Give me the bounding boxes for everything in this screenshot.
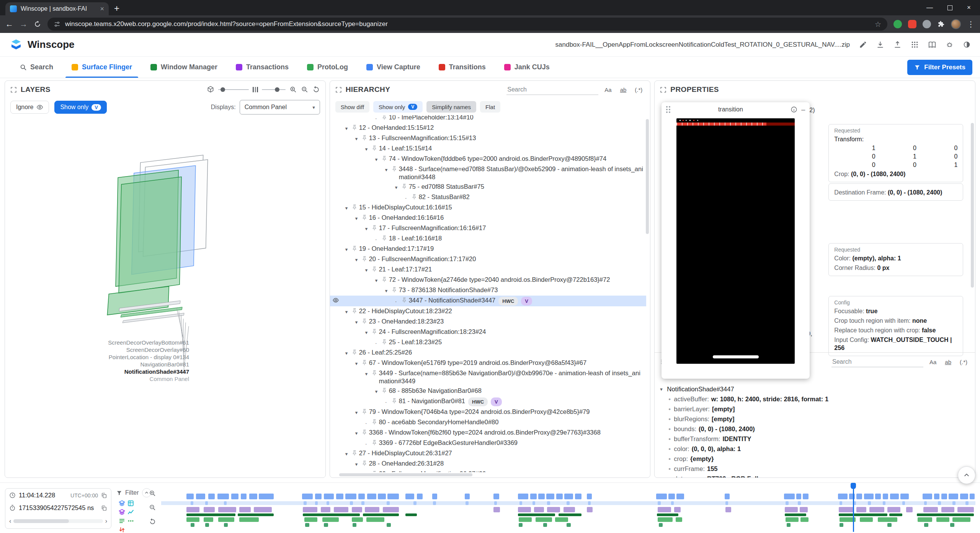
new-tab-button[interactable]: + bbox=[114, 3, 119, 14]
hierarchy-node[interactable]: ▾68 - 885b63e NavigationBar0#68 bbox=[330, 386, 647, 396]
collapse-arrow-icon[interactable]: ▾ bbox=[375, 276, 381, 284]
trace-event[interactable] bbox=[676, 494, 684, 499]
hierarchy-node[interactable]: ▾72 - WindowToken{a2746de type=2040 andr… bbox=[330, 275, 647, 285]
collapse-arrow-icon[interactable]: ▾ bbox=[355, 460, 361, 468]
trace-event[interactable] bbox=[191, 523, 195, 527]
filter-chip-show-diff[interactable]: Show diff bbox=[335, 101, 369, 113]
collapse-arrow-icon[interactable]: ▾ bbox=[355, 429, 361, 437]
trace-event[interactable] bbox=[564, 494, 573, 499]
trace-event[interactable] bbox=[186, 507, 199, 512]
layer-label[interactable]: ScreenDecorOverlay#60 bbox=[28, 346, 189, 353]
collapse-arrow-icon[interactable]: ▾ bbox=[345, 204, 351, 212]
trace-event[interactable] bbox=[405, 513, 417, 516]
trace-event[interactable] bbox=[800, 507, 808, 512]
hierarchy-node[interactable]: ▾17 - FullscreenMagnification:16:16#17 bbox=[330, 223, 647, 234]
trace-event[interactable] bbox=[315, 494, 322, 499]
trace-event[interactable] bbox=[315, 501, 318, 505]
hierarchy-node[interactable]: ·25 - Leaf:18:23#25 bbox=[330, 337, 647, 348]
trace-event[interactable] bbox=[941, 507, 954, 512]
property-row[interactable]: •dataspace:BT709 sRGB Full range bbox=[657, 474, 973, 477]
trace-event[interactable] bbox=[218, 507, 236, 512]
trace-event[interactable] bbox=[656, 494, 667, 499]
trace-event[interactable] bbox=[556, 494, 563, 499]
drag-handle-icon[interactable] bbox=[666, 106, 670, 113]
expand-panel-icon[interactable] bbox=[10, 87, 17, 93]
trace-event[interactable] bbox=[304, 501, 306, 505]
reload-button[interactable] bbox=[34, 20, 41, 28]
trace-event[interactable] bbox=[889, 513, 902, 516]
trace-event[interactable] bbox=[387, 501, 389, 505]
scroll-left-icon[interactable]: ‹ bbox=[9, 518, 11, 525]
trace-event[interactable] bbox=[869, 507, 884, 512]
tab-close-icon[interactable]: × bbox=[100, 5, 104, 13]
copy-icon[interactable] bbox=[101, 492, 107, 499]
trace-event[interactable] bbox=[413, 501, 416, 505]
tab-search[interactable]: Search bbox=[11, 57, 62, 78]
trace-event[interactable] bbox=[668, 494, 675, 499]
extension-icon-1[interactable] bbox=[893, 20, 902, 28]
trace-event[interactable] bbox=[493, 507, 500, 512]
trace-event[interactable] bbox=[534, 507, 544, 512]
trace-event[interactable] bbox=[367, 494, 376, 499]
trace-event[interactable] bbox=[387, 494, 399, 499]
hierarchy-node[interactable]: ▾27 - HideDisplayCutout:26:31#27 bbox=[330, 448, 647, 459]
trace-event[interactable] bbox=[417, 494, 423, 499]
trace-event[interactable] bbox=[658, 517, 672, 522]
copy-icon[interactable] bbox=[101, 505, 107, 511]
trace-event[interactable] bbox=[559, 513, 581, 516]
trace-event[interactable] bbox=[205, 501, 208, 505]
download-icon[interactable] bbox=[876, 41, 884, 49]
trace-event[interactable] bbox=[208, 494, 215, 499]
trace-event[interactable] bbox=[350, 501, 353, 505]
timeline-horizontal-scrollbar[interactable]: ‹ › bbox=[9, 517, 107, 525]
trace-event[interactable] bbox=[378, 494, 386, 499]
trace-event[interactable] bbox=[965, 501, 968, 505]
hierarchy-node[interactable]: ▾24 - FullscreenMagnification:18:23#24 bbox=[330, 327, 647, 337]
trace-event[interactable] bbox=[784, 494, 795, 499]
hierarchy-node[interactable]: ▾74 - WindowToken{fdddbe6 type=2000 andr… bbox=[330, 154, 647, 164]
trace-event[interactable] bbox=[305, 523, 309, 527]
trace-event[interactable] bbox=[671, 501, 674, 505]
hierarchy-node[interactable]: ▾3448 - Surface(name=ed70f88 StatusBar)/… bbox=[330, 164, 647, 182]
tab-jank-cujs[interactable]: Jank CUJs bbox=[495, 57, 559, 78]
bookmark-star-icon[interactable]: ☆ bbox=[875, 20, 881, 29]
trace-event[interactable] bbox=[839, 513, 888, 516]
edit-icon[interactable] bbox=[859, 41, 867, 49]
trace-event[interactable] bbox=[432, 494, 437, 499]
trace-event[interactable] bbox=[934, 494, 940, 499]
property-row[interactable]: •color:(0, 0, 0), alpha: 1 bbox=[657, 444, 973, 454]
trace-event[interactable] bbox=[786, 517, 799, 522]
trace-event[interactable] bbox=[658, 507, 671, 512]
trace-event[interactable] bbox=[304, 517, 317, 522]
documentation-book-icon[interactable] bbox=[928, 41, 936, 49]
zoom-reset-icon[interactable] bbox=[149, 518, 156, 525]
trace-event[interactable] bbox=[659, 523, 663, 527]
hierarchy-node[interactable]: ▾16 - OneHanded:16:16#16 bbox=[330, 213, 647, 223]
spacing-slider[interactable] bbox=[262, 89, 286, 90]
trace-event[interactable] bbox=[588, 501, 591, 505]
property-row[interactable]: •activeBuffer:w: 1080, h: 2400, stride: … bbox=[657, 394, 973, 404]
trace-event[interactable] bbox=[543, 523, 547, 527]
layer-label[interactable]: Common Panel bbox=[28, 375, 189, 383]
zoom-out-icon[interactable] bbox=[149, 504, 156, 511]
trace-event[interactable] bbox=[890, 494, 899, 499]
trace-event[interactable] bbox=[923, 494, 933, 499]
trace-event[interactable] bbox=[186, 494, 194, 499]
trace-event[interactable] bbox=[838, 494, 848, 499]
site-settings-icon[interactable] bbox=[54, 21, 60, 28]
trace-event[interactable] bbox=[353, 523, 357, 527]
trace-event[interactable] bbox=[518, 494, 529, 499]
trace-event[interactable] bbox=[231, 494, 238, 499]
trace-event[interactable] bbox=[787, 523, 791, 527]
collapse-arrow-icon[interactable]: ▾ bbox=[345, 124, 351, 132]
match-word-button[interactable]: ab bbox=[942, 359, 954, 365]
trace-event[interactable] bbox=[803, 494, 808, 499]
trace-event[interactable] bbox=[883, 501, 885, 505]
properties-search-input[interactable] bbox=[831, 357, 923, 367]
trace-event[interactable] bbox=[321, 507, 331, 512]
trace-event[interactable] bbox=[938, 501, 941, 505]
trace-event[interactable] bbox=[532, 501, 535, 505]
collapse-arrow-icon[interactable]: ▾ bbox=[355, 256, 361, 264]
window-close-button[interactable]: × bbox=[967, 4, 971, 11]
trace-event[interactable] bbox=[936, 517, 949, 522]
